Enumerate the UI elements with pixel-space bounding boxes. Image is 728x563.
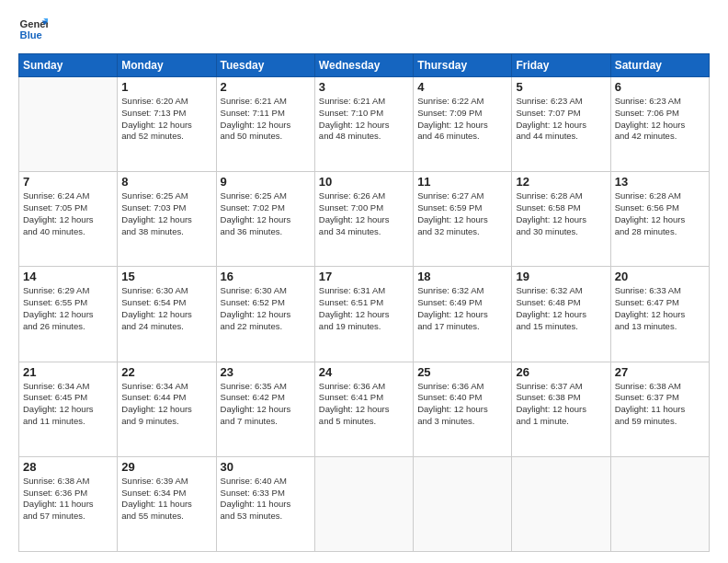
day-info: Sunrise: 6:37 AM Sunset: 6:38 PM Dayligh… — [516, 381, 606, 428]
day-info: Sunrise: 6:23 AM Sunset: 7:06 PM Dayligh… — [615, 96, 705, 143]
day-number: 15 — [121, 270, 211, 283]
day-number: 18 — [417, 270, 507, 283]
day-number: 1 — [121, 80, 211, 94]
calendar-cell: 5Sunrise: 6:23 AM Sunset: 7:07 PM Daylig… — [512, 77, 610, 172]
day-info: Sunrise: 6:30 AM Sunset: 6:54 PM Dayligh… — [121, 285, 211, 332]
weekday-tuesday: Tuesday — [216, 54, 314, 77]
calendar-cell: 9Sunrise: 6:25 AM Sunset: 7:02 PM Daylig… — [216, 172, 314, 267]
day-number: 19 — [516, 270, 606, 283]
day-number: 20 — [615, 270, 705, 283]
weekday-friday: Friday — [512, 54, 610, 77]
calendar-cell — [414, 456, 512, 551]
day-info: Sunrise: 6:25 AM Sunset: 7:02 PM Dayligh… — [221, 190, 311, 237]
day-number: 22 — [121, 365, 211, 379]
calendar-cell: 29Sunrise: 6:39 AM Sunset: 6:34 PM Dayli… — [118, 456, 216, 551]
day-info: Sunrise: 6:33 AM Sunset: 6:47 PM Dayligh… — [615, 285, 705, 332]
week-row-3: 21Sunrise: 6:34 AM Sunset: 6:45 PM Dayli… — [19, 362, 710, 456]
calendar-cell — [610, 456, 709, 551]
day-number: 5 — [516, 80, 606, 94]
calendar-cell: 15Sunrise: 6:30 AM Sunset: 6:54 PM Dayli… — [118, 267, 216, 362]
day-number: 30 — [221, 460, 311, 474]
calendar-cell: 12Sunrise: 6:28 AM Sunset: 6:58 PM Dayli… — [512, 172, 610, 267]
day-info: Sunrise: 6:20 AM Sunset: 7:13 PM Dayligh… — [121, 96, 211, 143]
weekday-saturday: Saturday — [610, 54, 709, 77]
weekday-monday: Monday — [118, 54, 216, 77]
calendar-cell: 13Sunrise: 6:28 AM Sunset: 6:56 PM Dayli… — [610, 172, 709, 267]
calendar-cell: 8Sunrise: 6:25 AM Sunset: 7:03 PM Daylig… — [118, 172, 216, 267]
calendar-cell: 25Sunrise: 6:36 AM Sunset: 6:40 PM Dayli… — [414, 362, 512, 456]
logo: General Blue — [18, 15, 48, 44]
calendar-cell: 18Sunrise: 6:32 AM Sunset: 6:49 PM Dayli… — [414, 267, 512, 362]
weekday-wednesday: Wednesday — [314, 54, 413, 77]
day-number: 13 — [615, 175, 705, 189]
calendar-cell: 17Sunrise: 6:31 AM Sunset: 6:51 PM Dayli… — [314, 267, 413, 362]
svg-text:Blue: Blue — [20, 29, 42, 40]
day-number: 2 — [221, 80, 311, 94]
calendar-cell: 7Sunrise: 6:24 AM Sunset: 7:05 PM Daylig… — [19, 172, 118, 267]
calendar-cell: 16Sunrise: 6:30 AM Sunset: 6:52 PM Dayli… — [216, 267, 314, 362]
weekday-thursday: Thursday — [414, 54, 512, 77]
calendar-cell: 11Sunrise: 6:27 AM Sunset: 6:59 PM Dayli… — [414, 172, 512, 267]
day-info: Sunrise: 6:24 AM Sunset: 7:05 PM Dayligh… — [23, 190, 113, 237]
day-number: 29 — [121, 460, 211, 474]
day-number: 11 — [417, 175, 507, 189]
day-number: 26 — [516, 365, 606, 379]
day-info: Sunrise: 6:22 AM Sunset: 7:09 PM Dayligh… — [417, 96, 507, 143]
day-info: Sunrise: 6:34 AM Sunset: 6:45 PM Dayligh… — [23, 381, 113, 428]
page: General Blue SundayMondayTuesdayWednesda… — [0, 0, 728, 563]
calendar-cell: 22Sunrise: 6:34 AM Sunset: 6:44 PM Dayli… — [118, 362, 216, 456]
day-info: Sunrise: 6:40 AM Sunset: 6:33 PM Dayligh… — [221, 476, 311, 523]
calendar-cell: 23Sunrise: 6:35 AM Sunset: 6:42 PM Dayli… — [216, 362, 314, 456]
day-info: Sunrise: 6:29 AM Sunset: 6:55 PM Dayligh… — [23, 285, 113, 332]
day-info: Sunrise: 6:23 AM Sunset: 7:07 PM Dayligh… — [516, 96, 606, 143]
weekday-sunday: Sunday — [19, 54, 118, 77]
day-number: 8 — [121, 175, 211, 189]
day-info: Sunrise: 6:38 AM Sunset: 6:36 PM Dayligh… — [23, 476, 113, 523]
day-info: Sunrise: 6:35 AM Sunset: 6:42 PM Dayligh… — [221, 381, 311, 428]
day-info: Sunrise: 6:32 AM Sunset: 6:49 PM Dayligh… — [417, 285, 507, 332]
day-number: 12 — [516, 175, 606, 189]
day-info: Sunrise: 6:28 AM Sunset: 6:58 PM Dayligh… — [516, 190, 606, 237]
day-number: 27 — [615, 365, 705, 379]
day-number: 7 — [23, 175, 113, 189]
day-info: Sunrise: 6:39 AM Sunset: 6:34 PM Dayligh… — [121, 476, 211, 523]
calendar-cell: 27Sunrise: 6:38 AM Sunset: 6:37 PM Dayli… — [610, 362, 709, 456]
day-number: 10 — [319, 175, 409, 189]
day-info: Sunrise: 6:30 AM Sunset: 6:52 PM Dayligh… — [221, 285, 311, 332]
calendar-cell: 19Sunrise: 6:32 AM Sunset: 6:48 PM Dayli… — [512, 267, 610, 362]
week-row-0: 1Sunrise: 6:20 AM Sunset: 7:13 PM Daylig… — [19, 77, 710, 172]
calendar-cell: 6Sunrise: 6:23 AM Sunset: 7:06 PM Daylig… — [610, 77, 709, 172]
day-number: 21 — [23, 365, 113, 379]
calendar-cell — [19, 77, 118, 172]
calendar-cell: 2Sunrise: 6:21 AM Sunset: 7:11 PM Daylig… — [216, 77, 314, 172]
day-number: 24 — [319, 365, 409, 379]
day-info: Sunrise: 6:32 AM Sunset: 6:48 PM Dayligh… — [516, 285, 606, 332]
day-info: Sunrise: 6:25 AM Sunset: 7:03 PM Dayligh… — [121, 190, 211, 237]
calendar-cell: 1Sunrise: 6:20 AM Sunset: 7:13 PM Daylig… — [118, 77, 216, 172]
day-number: 9 — [221, 175, 311, 189]
calendar-cell — [314, 456, 413, 551]
day-info: Sunrise: 6:28 AM Sunset: 6:56 PM Dayligh… — [615, 190, 705, 237]
header: General Blue — [18, 15, 710, 44]
week-row-2: 14Sunrise: 6:29 AM Sunset: 6:55 PM Dayli… — [19, 267, 710, 362]
day-number: 28 — [23, 460, 113, 474]
logo-icon: General Blue — [18, 15, 48, 44]
calendar-cell: 21Sunrise: 6:34 AM Sunset: 6:45 PM Dayli… — [19, 362, 118, 456]
calendar-cell: 24Sunrise: 6:36 AM Sunset: 6:41 PM Dayli… — [314, 362, 413, 456]
calendar-cell: 10Sunrise: 6:26 AM Sunset: 7:00 PM Dayli… — [314, 172, 413, 267]
day-number: 16 — [221, 270, 311, 283]
day-info: Sunrise: 6:36 AM Sunset: 6:40 PM Dayligh… — [417, 381, 507, 428]
week-row-4: 28Sunrise: 6:38 AM Sunset: 6:36 PM Dayli… — [19, 456, 710, 551]
calendar-cell: 3Sunrise: 6:21 AM Sunset: 7:10 PM Daylig… — [314, 77, 413, 172]
day-info: Sunrise: 6:38 AM Sunset: 6:37 PM Dayligh… — [615, 381, 705, 428]
day-info: Sunrise: 6:27 AM Sunset: 6:59 PM Dayligh… — [417, 190, 507, 237]
calendar-cell: 20Sunrise: 6:33 AM Sunset: 6:47 PM Dayli… — [610, 267, 709, 362]
calendar-cell: 4Sunrise: 6:22 AM Sunset: 7:09 PM Daylig… — [414, 77, 512, 172]
day-number: 3 — [319, 80, 409, 94]
day-info: Sunrise: 6:36 AM Sunset: 6:41 PM Dayligh… — [319, 381, 409, 428]
calendar-cell: 26Sunrise: 6:37 AM Sunset: 6:38 PM Dayli… — [512, 362, 610, 456]
week-row-1: 7Sunrise: 6:24 AM Sunset: 7:05 PM Daylig… — [19, 172, 710, 267]
day-info: Sunrise: 6:21 AM Sunset: 7:11 PM Dayligh… — [221, 96, 311, 143]
calendar-cell: 14Sunrise: 6:29 AM Sunset: 6:55 PM Dayli… — [19, 267, 118, 362]
day-number: 17 — [319, 270, 409, 283]
